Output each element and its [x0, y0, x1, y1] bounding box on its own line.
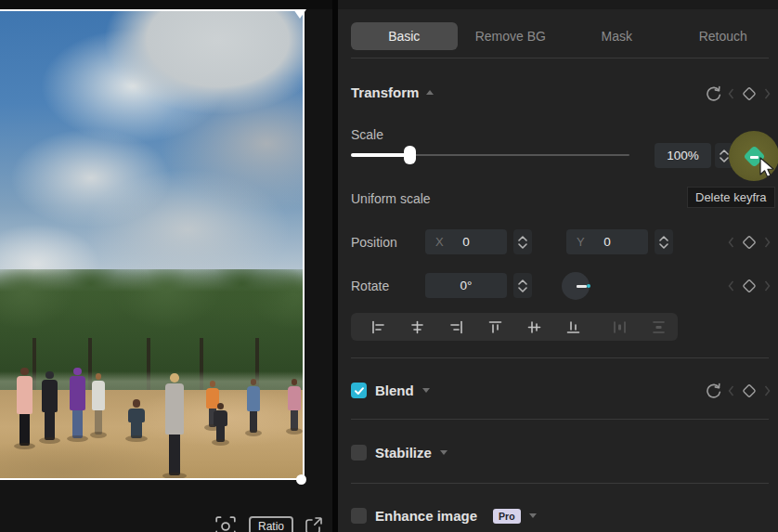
keyframe-next-icon[interactable] [764, 88, 771, 99]
person-figure [214, 403, 227, 442]
properties-panel: BasicRemove BGMaskRetouch Transform Scal… [338, 0, 778, 532]
rotate-dial-indicator [577, 285, 587, 288]
canvas-background [0, 0, 332, 9]
person-figure [165, 373, 184, 475]
x-axis-label: X [435, 235, 444, 249]
distribute-vertical-icon[interactable] [639, 314, 678, 340]
ratio-button[interactable]: Ratio [249, 516, 293, 532]
tab-remove-bg[interactable]: Remove BG [458, 22, 564, 50]
person-figure [92, 373, 105, 435]
keyframe-prev-icon[interactable] [728, 88, 734, 99]
selection-corner-handle-bottom-right[interactable] [296, 474, 306, 485]
position-keyframe-icon[interactable] [739, 232, 759, 253]
pro-badge: Pro [493, 509, 521, 524]
keyframe-next-icon[interactable] [764, 280, 771, 292]
align-bottom-icon[interactable] [553, 314, 592, 340]
transform-keyframe-icon[interactable] [739, 84, 759, 104]
align-top-icon[interactable] [475, 314, 514, 340]
align-group-extra [600, 314, 678, 340]
expand-enhance-icon[interactable] [529, 513, 537, 518]
blend-section-title: Blend [375, 383, 414, 398]
tabs-divider [351, 58, 769, 58]
preview-canvas[interactable]: Ratio [0, 0, 332, 532]
keyframe-prev-icon[interactable] [728, 280, 734, 292]
position-y-input[interactable]: Y 0 [566, 229, 648, 254]
park-photo [0, 11, 303, 478]
tab-basic[interactable]: Basic [351, 22, 458, 50]
align-center-horizontal-icon[interactable] [397, 314, 436, 340]
position-x-value: 0 [462, 235, 470, 249]
panel-top-edge [338, 0, 778, 9]
snapshot-icon[interactable] [214, 515, 237, 532]
selected-clip-image[interactable] [0, 9, 305, 480]
position-y-value: 0 [603, 235, 611, 249]
rotate-dial[interactable] [562, 272, 590, 300]
people-layer [0, 11, 303, 478]
expand-blend-icon[interactable] [422, 388, 430, 393]
keyframe-prev-icon[interactable] [728, 237, 734, 248]
position-y-stepper[interactable] [655, 229, 673, 254]
distribute-horizontal-icon[interactable] [600, 314, 639, 340]
keyframe-prev-icon[interactable] [728, 385, 734, 396]
person-figure [288, 379, 301, 431]
align-toolbar [351, 313, 678, 341]
rotate-value: 0° [460, 279, 473, 292]
align-group-main [358, 314, 592, 340]
position-x-input[interactable]: X 0 [425, 229, 507, 254]
tooltip-text: Delete keyfra [695, 190, 767, 204]
collapse-transform-icon[interactable] [426, 90, 434, 95]
scale-label: Scale [351, 127, 383, 142]
panel-tabs: BasicRemove BGMaskRetouch [351, 20, 776, 51]
blend-reset-icon[interactable] [703, 381, 723, 401]
rotate-stepper[interactable] [513, 273, 532, 298]
section-divider [351, 357, 769, 358]
y-axis-label: Y [577, 235, 585, 249]
section-divider [351, 419, 769, 420]
keyframe-next-icon[interactable] [764, 385, 771, 396]
person-figure [70, 368, 85, 438]
align-middle-vertical-icon[interactable] [514, 314, 553, 340]
person-figure [128, 399, 145, 438]
selection-corner-handle-top-right[interactable] [293, 9, 306, 19]
transform-section-title: Transform [351, 84, 419, 100]
checkmark-icon [354, 385, 365, 396]
uniform-scale-label: Uniform scale [351, 191, 431, 206]
tab-mask[interactable]: Mask [564, 22, 670, 50]
scale-value-input[interactable]: 100% [655, 143, 711, 168]
stabilize-section-title: Stabilize [375, 445, 432, 461]
expand-stabilize-icon[interactable] [440, 450, 447, 455]
scale-slider[interactable] [351, 154, 629, 156]
section-divider [351, 483, 769, 484]
position-x-stepper[interactable] [513, 229, 532, 254]
tooltip: Delete keyfra [687, 187, 775, 208]
person-figure [247, 379, 260, 433]
scale-slider-thumb[interactable] [404, 146, 416, 164]
expand-preview-icon[interactable] [305, 516, 323, 532]
blend-checkbox[interactable] [351, 383, 367, 398]
app-window: Ratio BasicRemove BGMaskRetouch Transfor… [0, 0, 778, 532]
enhance-image-checkbox[interactable] [351, 508, 367, 524]
tab-retouch[interactable]: Retouch [670, 22, 777, 50]
person-figure [17, 368, 32, 446]
keyframe-next-icon[interactable] [764, 237, 771, 248]
rotate-input[interactable]: 0° [425, 273, 507, 298]
align-right-icon[interactable] [436, 314, 475, 340]
rotate-keyframe-icon[interactable] [739, 276, 759, 296]
align-left-icon[interactable] [358, 314, 397, 340]
rotate-dial-dot [587, 284, 590, 288]
ratio-button-label: Ratio [258, 520, 284, 532]
rotate-label: Rotate [351, 279, 389, 293]
position-label: Position [351, 235, 397, 250]
blend-keyframe-icon[interactable] [739, 381, 759, 401]
stabilize-checkbox[interactable] [351, 445, 367, 461]
mouse-cursor-icon [754, 155, 778, 183]
scale-value: 100% [667, 149, 699, 162]
enhance-image-section-title: Enhance image [375, 508, 477, 524]
person-figure [42, 371, 58, 440]
transform-reset-icon[interactable] [703, 84, 723, 104]
